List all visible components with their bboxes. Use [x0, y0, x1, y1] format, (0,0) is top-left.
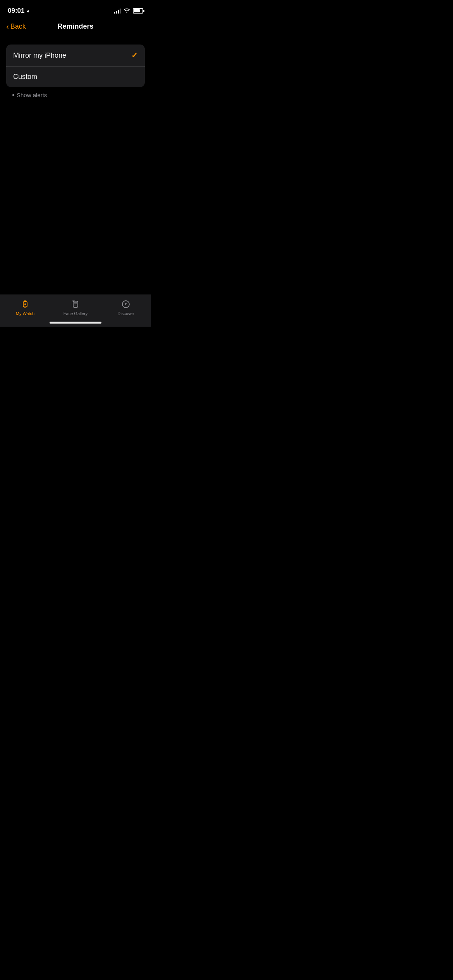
- hint-dot: [12, 94, 14, 96]
- main-content: Mirror my iPhone ✓ Custom Show alerts: [0, 37, 151, 98]
- face-gallery-label: Face Gallery: [63, 311, 88, 316]
- option-custom[interactable]: Custom: [6, 67, 145, 87]
- discover-label: Discover: [118, 311, 134, 316]
- back-button[interactable]: ‹ Back: [6, 22, 26, 31]
- hint-label: Show alerts: [17, 92, 47, 98]
- battery-icon: [133, 8, 143, 14]
- tab-my-watch[interactable]: My Watch: [0, 299, 50, 316]
- location-icon: ▲: [26, 8, 32, 14]
- status-right-icons: [114, 8, 143, 14]
- nav-bar: ‹ Back Reminders: [0, 19, 151, 37]
- checkmark-icon: ✓: [131, 51, 138, 60]
- signal-bars-icon: [114, 8, 121, 14]
- signal-bar-1: [114, 12, 115, 14]
- time-label: 09:01: [8, 7, 24, 15]
- back-chevron-icon: ‹: [6, 22, 9, 31]
- signal-bar-2: [116, 11, 117, 14]
- svg-rect-4: [73, 301, 78, 307]
- my-watch-icon: [20, 299, 31, 310]
- signal-bar-3: [118, 10, 119, 14]
- svg-rect-2: [24, 307, 26, 308]
- option-mirror-label: Mirror my iPhone: [13, 51, 66, 60]
- option-custom-label: Custom: [13, 73, 37, 81]
- discover-icon: [120, 299, 131, 310]
- svg-marker-10: [125, 303, 127, 305]
- page-title: Reminders: [57, 22, 93, 31]
- tab-face-gallery[interactable]: Face Gallery: [50, 299, 101, 316]
- battery-fill: [134, 9, 140, 12]
- home-indicator: [50, 322, 101, 324]
- hint-row: Show alerts: [6, 90, 145, 98]
- status-bar: 09:01 ▲: [0, 0, 151, 19]
- wifi-icon: [124, 8, 130, 14]
- back-label: Back: [10, 22, 26, 31]
- svg-rect-1: [24, 300, 26, 302]
- face-gallery-icon: [70, 299, 81, 310]
- svg-point-3: [24, 303, 26, 305]
- tab-discover[interactable]: Discover: [101, 299, 151, 316]
- signal-bar-4: [120, 9, 121, 14]
- svg-rect-8: [72, 300, 75, 302]
- options-card: Mirror my iPhone ✓ Custom: [6, 45, 145, 87]
- status-time: 09:01 ▲: [8, 7, 31, 15]
- my-watch-label: My Watch: [16, 311, 35, 316]
- option-mirror-iphone[interactable]: Mirror my iPhone ✓: [6, 45, 145, 67]
